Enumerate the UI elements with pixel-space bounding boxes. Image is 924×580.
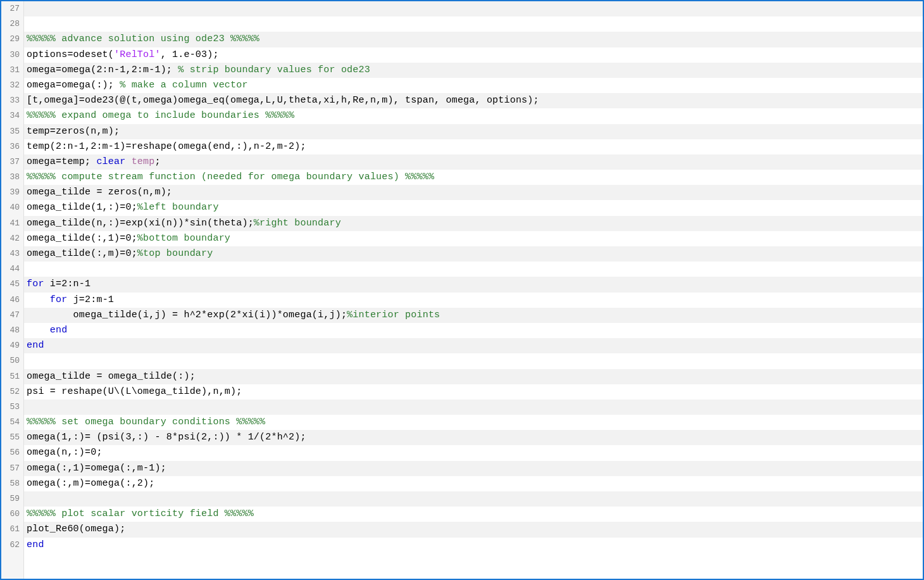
code-line-row[interactable]: for j=2:m-1: [24, 293, 923, 308]
comment-token: %right boundary: [254, 218, 341, 229]
code-line-row[interactable]: [24, 16, 923, 32]
code-line[interactable]: [24, 400, 27, 415]
comment-token: %%%%% advance solution using ode23 %%%%%: [27, 34, 259, 44]
code-line[interactable]: omega_tilde(i,j) = h^2*exp(2*xi(i))*omeg…: [24, 308, 440, 323]
code-line[interactable]: [24, 491, 27, 507]
code-line-row[interactable]: temp(2:n-1,2:m-1)=reshape(omega(end,:),n…: [24, 139, 923, 154]
code-line-row[interactable]: psi = reshape(U\(L\omega_tilde),n,m);: [24, 384, 923, 400]
clearvar-token: temp: [132, 156, 155, 167]
code-line-row[interactable]: omega_tilde(n,:)=exp(xi(n))*sin(theta);%…: [24, 216, 923, 231]
code-line-row[interactable]: %%%%% advance solution using ode23 %%%%%: [24, 32, 923, 47]
code-line[interactable]: %%%%% set omega boundary conditions %%%%…: [24, 415, 265, 430]
code-line-row[interactable]: [24, 400, 923, 415]
line-number: 47: [1, 308, 20, 323]
code-line[interactable]: [24, 16, 27, 32]
code-area[interactable]: %%%%% advance solution using ode23 %%%%%…: [24, 1, 923, 579]
code-line-row[interactable]: end: [24, 538, 923, 553]
code-editor[interactable]: 2728293031323334353637383940414243444546…: [0, 0, 924, 580]
code-line-row[interactable]: options=odeset('RelTol', 1.e-03);: [24, 47, 923, 63]
code-line[interactable]: options=odeset('RelTol', 1.e-03);: [24, 47, 219, 63]
code-line[interactable]: temp(2:n-1,2:m-1)=reshape(omega(end,:),n…: [24, 139, 306, 154]
code-line[interactable]: omega_tilde(1,:)=0;%left boundary: [24, 200, 219, 215]
code-line-row[interactable]: %%%%% set omega boundary conditions %%%%…: [24, 415, 923, 430]
comment-token: %%%%% plot scalar vorticity field %%%%%: [27, 508, 254, 519]
keyword-token: for: [27, 279, 50, 289]
code-line-row[interactable]: [t,omega]=ode23(@(t,omega)omega_eq(omega…: [24, 93, 923, 108]
code-token: omega_tilde = zeros(n,m);: [27, 187, 172, 198]
code-line-row[interactable]: omega_tilde(1,:)=0;%left boundary: [24, 200, 923, 215]
code-line[interactable]: omega_tilde(n,:)=exp(xi(n))*sin(theta);%…: [24, 216, 341, 231]
line-number: 33: [1, 93, 20, 108]
code-line-row[interactable]: omega=temp; clear temp;: [24, 154, 923, 170]
code-line[interactable]: [24, 1, 27, 16]
code-token: [27, 325, 50, 336]
code-token: psi = reshape(U\(L\omega_tilde),n,m);: [27, 386, 242, 397]
code-line-row[interactable]: [24, 262, 923, 277]
code-line-row[interactable]: [24, 491, 923, 507]
code-line-row[interactable]: omega=omega(:); % make a column vector: [24, 78, 923, 93]
code-line[interactable]: omega_tilde = zeros(n,m);: [24, 185, 172, 200]
code-line-row[interactable]: [24, 1, 923, 16]
code-line-row[interactable]: %%%%% expand omega to include boundaries…: [24, 108, 923, 123]
code-line[interactable]: temp=zeros(n,m);: [24, 124, 120, 139]
code-line[interactable]: end: [24, 338, 44, 353]
code-line-row[interactable]: omega_tilde(:,m)=0;%top boundary: [24, 246, 923, 262]
code-line-row[interactable]: end: [24, 323, 923, 338]
comment-token: %interior points: [347, 310, 440, 320]
code-line[interactable]: omega=omega(:); % make a column vector: [24, 78, 248, 93]
code-line-row[interactable]: omega_tilde = zeros(n,m);: [24, 185, 923, 200]
code-line[interactable]: for j=2:m-1: [24, 293, 114, 308]
code-line[interactable]: [24, 353, 27, 369]
code-line[interactable]: psi = reshape(U\(L\omega_tilde),n,m);: [24, 384, 242, 400]
code-line-row[interactable]: omega=omega(2:n-1,2:m-1); % strip bounda…: [24, 63, 923, 78]
line-number-gutter: 2728293031323334353637383940414243444546…: [1, 1, 24, 579]
code-line[interactable]: end: [24, 323, 67, 338]
code-line[interactable]: [24, 262, 27, 277]
code-line[interactable]: for i=2:n-1: [24, 277, 91, 292]
code-line-row[interactable]: omega(n,:)=0;: [24, 445, 923, 460]
code-line-row[interactable]: end: [24, 338, 923, 353]
code-line-row[interactable]: omega(:,1)=omega(:,m-1);: [24, 461, 923, 476]
code-line[interactable]: end: [24, 538, 44, 553]
code-line[interactable]: omega(n,:)=0;: [24, 445, 103, 460]
code-line-row[interactable]: omega_tilde(i,j) = h^2*exp(2*xi(i))*omeg…: [24, 308, 923, 323]
line-number: 40: [1, 200, 20, 215]
comment-token: % make a column vector: [120, 80, 247, 91]
code-line-row[interactable]: %%%%% compute stream function (needed fo…: [24, 170, 923, 185]
code-line-row[interactable]: [24, 353, 923, 369]
line-number: 27: [1, 1, 20, 16]
code-line[interactable]: omega(:,1)=omega(:,m-1);: [24, 461, 166, 476]
line-number: 43: [1, 246, 20, 262]
code-line[interactable]: omega_tilde = omega_tilde(:);: [24, 369, 196, 384]
line-number: 61: [1, 522, 20, 537]
code-line[interactable]: %%%%% compute stream function (needed fo…: [24, 170, 434, 185]
code-line[interactable]: omega(:,m)=omega(:,2);: [24, 476, 154, 491]
code-line-row[interactable]: omega_tilde = omega_tilde(:);: [24, 369, 923, 384]
code-line[interactable]: %%%%% plot scalar vorticity field %%%%%: [24, 507, 254, 522]
code-token: temp=zeros(n,m);: [27, 126, 120, 137]
code-line[interactable]: %%%%% expand omega to include boundaries…: [24, 108, 294, 123]
line-number: 50: [1, 353, 20, 369]
code-line-row[interactable]: omega(1,:)= (psi(3,:) - 8*psi(2,:)) * 1/…: [24, 430, 923, 445]
code-line-row[interactable]: %%%%% plot scalar vorticity field %%%%%: [24, 507, 923, 522]
code-line-row[interactable]: omega(:,m)=omega(:,2);: [24, 476, 923, 491]
code-token: omega=omega(2:n-1,2:m-1);: [27, 65, 178, 75]
code-token: omega=omega(:);: [27, 80, 120, 91]
code-line-row[interactable]: temp=zeros(n,m);: [24, 124, 923, 139]
code-line-row[interactable]: for i=2:n-1: [24, 277, 923, 292]
code-line[interactable]: plot_Re60(omega);: [24, 522, 125, 537]
code-line[interactable]: omega=temp; clear temp;: [24, 154, 161, 170]
line-number: 54: [1, 415, 20, 430]
line-number: 58: [1, 476, 20, 491]
code-line[interactable]: omega=omega(2:n-1,2:m-1); % strip bounda…: [24, 63, 370, 78]
line-number: 41: [1, 216, 20, 231]
code-line[interactable]: [t,omega]=ode23(@(t,omega)omega_eq(omega…: [24, 93, 539, 108]
code-line[interactable]: omega_tilde(:,m)=0;%top boundary: [24, 246, 213, 262]
line-number: 48: [1, 323, 20, 338]
code-line[interactable]: omega(1,:)= (psi(3,:) - 8*psi(2,:)) * 1/…: [24, 430, 306, 445]
code-line[interactable]: omega_tilde(:,1)=0;%bottom boundary: [24, 231, 230, 246]
code-line[interactable]: %%%%% advance solution using ode23 %%%%%: [24, 32, 259, 47]
code-line-row[interactable]: omega_tilde(:,1)=0;%bottom boundary: [24, 231, 923, 246]
code-line-row[interactable]: plot_Re60(omega);: [24, 522, 923, 537]
line-number: 60: [1, 507, 20, 522]
